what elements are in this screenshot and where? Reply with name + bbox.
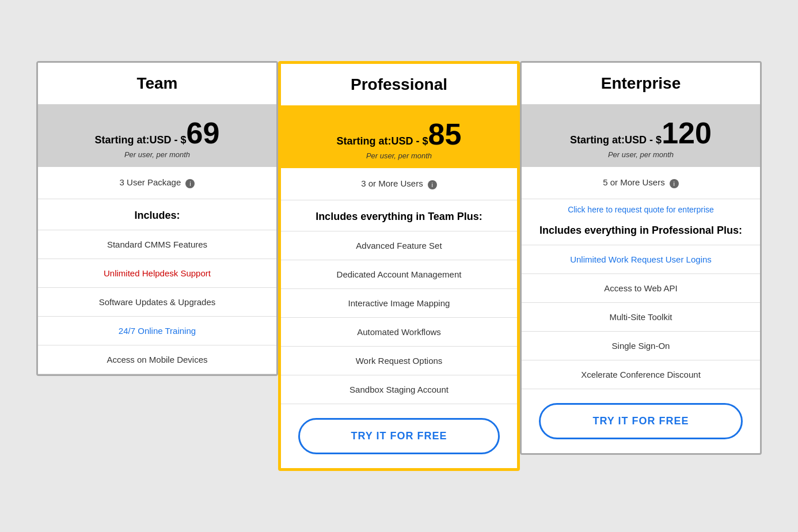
plan-feature-enterprise-4: Xcelerate Conference Discount — [522, 360, 760, 389]
plan-price-label-professional: Starting at:USD - $85 — [287, 119, 511, 149]
plan-price-period-team: Per user, per month — [44, 150, 271, 159]
plan-feature-professional-3: Automated Workflows — [281, 318, 517, 347]
plan-name-enterprise: Enterprise — [527, 74, 754, 93]
plan-price-label-enterprise: Starting at:USD - $120 — [527, 118, 754, 148]
plan-users-enterprise: 5 or More Users i — [522, 167, 760, 199]
plan-card-enterprise: EnterpriseStarting at:USD - $120Per user… — [520, 61, 762, 454]
plan-price-block-team: Starting at:USD - $69Per user, per month — [38, 104, 276, 167]
plan-price-block-professional: Starting at:USD - $85Per user, per month — [281, 105, 517, 168]
plan-header-enterprise: Enterprise — [522, 63, 760, 104]
plan-feature-professional-0: Advanced Feature Set — [281, 231, 517, 260]
plan-price-period-professional: Per user, per month — [287, 151, 511, 160]
plan-body-team: 3 User Package iIncludes:Standard CMMS F… — [38, 167, 276, 374]
pricing-container: TeamStarting at:USD - $69Per user, per m… — [0, 50, 798, 482]
plan-feature-team-3: 24/7 Online Training — [38, 317, 276, 345]
plan-feature-professional-1: Dedicated Account Management — [281, 260, 517, 289]
plan-name-team: Team — [44, 74, 271, 93]
plan-feature-enterprise-1: Access to Web API — [522, 274, 760, 303]
price-label-text: Starting at:USD - $ — [570, 134, 662, 146]
plan-header-team: Team — [38, 63, 276, 104]
plan-users-team: 3 User Package i — [38, 167, 276, 199]
info-icon-team: i — [185, 179, 195, 188]
plan-users-professional: 3 or More Users i — [281, 168, 517, 200]
plan-includes-title-enterprise: Includes everything in Professional Plus… — [522, 214, 760, 245]
price-label-text: Starting at:USD - $ — [95, 134, 187, 146]
plan-cta-professional: TRY IT FOR FREE — [281, 404, 517, 468]
plan-feature-professional-5: Sandbox Staging Account — [281, 375, 517, 404]
plan-price-block-enterprise: Starting at:USD - $120Per user, per mont… — [522, 104, 760, 167]
plan-feature-team-2: Software Updates & Upgrades — [38, 288, 276, 317]
price-amount: 85 — [428, 117, 462, 151]
price-label-text: Starting at:USD - $ — [337, 135, 428, 147]
plan-feature-team-0: Standard CMMS Features — [38, 230, 276, 259]
plan-price-label-team: Starting at:USD - $69 — [44, 118, 271, 148]
price-amount: 69 — [187, 116, 220, 150]
plan-feature-professional-4: Work Request Options — [281, 347, 517, 375]
plan-feature-enterprise-3: Single Sign-On — [522, 332, 760, 360]
plan-price-period-enterprise: Per user, per month — [527, 150, 754, 159]
plan-card-professional: ProfessionalStarting at:USD - $85Per use… — [278, 61, 520, 470]
plan-feature-team-4: Access on Mobile Devices — [38, 345, 276, 374]
plan-cta-enterprise: TRY IT FOR FREE — [522, 389, 760, 453]
info-icon-enterprise: i — [670, 179, 679, 188]
plan-feature-enterprise-2: Multi-Site Toolkit — [522, 303, 760, 332]
plan-header-professional: Professional — [281, 64, 517, 105]
info-icon-professional: i — [428, 180, 437, 189]
plan-body-enterprise: 5 or More Users iClick here to request q… — [522, 167, 760, 453]
plan-feature-enterprise-0: Unlimited Work Request User Logins — [522, 245, 760, 274]
cta-button-professional[interactable]: TRY IT FOR FREE — [298, 418, 500, 454]
plan-body-professional: 3 or More Users iIncludes everything in … — [281, 168, 517, 468]
price-amount: 120 — [662, 116, 712, 150]
plan-card-team: TeamStarting at:USD - $69Per user, per m… — [36, 61, 278, 375]
plan-feature-team-1: Unlimited Helpdesk Support — [38, 259, 276, 288]
enterprise-quote-link[interactable]: Click here to request quote for enterpri… — [522, 199, 760, 214]
plan-includes-title-team: Includes: — [38, 199, 276, 230]
cta-button-enterprise[interactable]: TRY IT FOR FREE — [539, 403, 743, 439]
plan-name-professional: Professional — [287, 75, 511, 94]
plan-feature-professional-2: Interactive Image Mapping — [281, 289, 517, 318]
plan-includes-title-professional: Includes everything in Team Plus: — [281, 200, 517, 231]
